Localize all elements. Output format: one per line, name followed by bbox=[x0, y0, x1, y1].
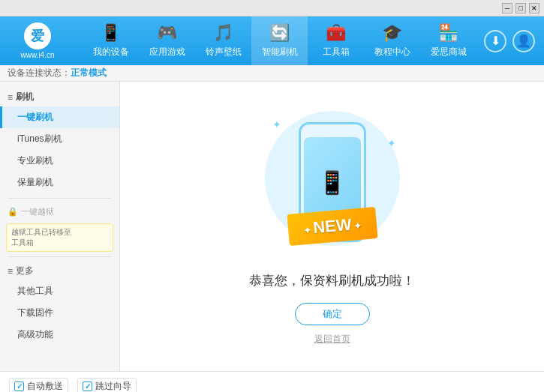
device-bar-left: 自动敷送 跳过向导 📱 iPhone 12 mini 64GB Down-12m… bbox=[9, 378, 535, 392]
connection-status-bar: 设备连接状态： 正常模式 bbox=[0, 65, 544, 82]
skip-wizard-label: 跳过向导 bbox=[95, 380, 131, 392]
skip-wizard-check-box[interactable] bbox=[83, 382, 92, 391]
nav-smart-flash[interactable]: 🔄 智能刷机 bbox=[251, 16, 308, 65]
nav-my-device-label: 我的设备 bbox=[93, 46, 129, 58]
nav-ringtones-label: 铃声壁纸 bbox=[206, 46, 242, 58]
auto-send-label: 自动敷送 bbox=[27, 380, 63, 392]
main-area: ≡ 刷机 一键刷机 iTunes刷机 专业刷机 保量刷机 🔒 一键越狱 越狱工具… bbox=[0, 82, 544, 371]
nav-app-store-icon: 🏪 bbox=[438, 23, 458, 43]
return-link[interactable]: 返回首页 bbox=[314, 333, 350, 346]
checkbox-group: 自动敷送 跳过向导 bbox=[9, 378, 535, 392]
nav-tutorial-label: 教程中心 bbox=[374, 46, 410, 58]
connection-status-label: 设备连接状态： bbox=[8, 67, 71, 79]
content-area: ✦ ✦ 📱 NEW 恭喜您，保资料刷机成功啦！ 确定 返回首页 bbox=[120, 82, 544, 371]
nav-tutorial-icon: 🎓 bbox=[382, 23, 402, 43]
sidebar-item-pro-flash[interactable]: 专业刷机 bbox=[0, 150, 119, 172]
sidebar-item-download-firmware[interactable]: 下载固件 bbox=[0, 302, 119, 324]
nav-toolbox-label: 工具箱 bbox=[323, 46, 350, 58]
sidebar: ≡ 刷机 一键刷机 iTunes刷机 专业刷机 保量刷机 🔒 一键越狱 越狱工具… bbox=[0, 82, 120, 371]
jailbreak-section-header: 🔒 一键越狱 bbox=[0, 203, 119, 220]
more-section-header: ≡ 更多 bbox=[0, 262, 119, 280]
auto-send-checkbox[interactable]: 自动敷送 bbox=[9, 378, 68, 392]
sidebar-divider-1 bbox=[8, 198, 112, 199]
lock-icon: 🔒 bbox=[8, 207, 18, 217]
nav-bar: 📱 我的设备 🎮 应用游戏 🎵 铃声壁纸 🔄 智能刷机 🧰 工具箱 🎓 教程中心… bbox=[75, 16, 484, 65]
more-section-label: 更多 bbox=[16, 265, 34, 277]
more-section-icon: ≡ bbox=[8, 266, 13, 277]
new-banner: NEW bbox=[287, 207, 377, 246]
minimize-button[interactable]: ─ bbox=[502, 3, 512, 13]
skip-wizard-checkbox[interactable]: 跳过向导 bbox=[77, 378, 137, 392]
jailbreak-label: 一键越狱 bbox=[21, 206, 54, 217]
nav-smart-flash-label: 智能刷机 bbox=[262, 46, 298, 58]
sidebar-item-one-key-flash[interactable]: 一键刷机 bbox=[0, 106, 119, 128]
device-bar: 自动敷送 跳过向导 📱 iPhone 12 mini 64GB Down-12m… bbox=[0, 371, 544, 392]
nav-smart-flash-icon: 🔄 bbox=[269, 23, 290, 43]
flash-section-icon: ≡ bbox=[8, 92, 13, 103]
flash-section-label: 刷机 bbox=[16, 91, 34, 103]
nav-apps-games[interactable]: 🎮 应用游戏 bbox=[139, 16, 195, 65]
phone-icon: 📱 bbox=[318, 169, 346, 196]
sidebar-item-other-tools[interactable]: 其他工具 bbox=[0, 280, 119, 302]
connection-status-value: 正常模式 bbox=[71, 67, 107, 79]
maximize-button[interactable]: □ bbox=[515, 3, 526, 13]
sidebar-item-advanced[interactable]: 高级功能 bbox=[0, 324, 119, 346]
success-illustration: ✦ ✦ 📱 NEW bbox=[257, 107, 407, 257]
nav-tutorial[interactable]: 🎓 教程中心 bbox=[364, 16, 420, 65]
nav-app-store-label: 爱思商城 bbox=[431, 46, 467, 58]
download-button[interactable]: ⬇ bbox=[484, 30, 506, 52]
sparkle-right: ✦ bbox=[387, 137, 396, 149]
confirm-button[interactable]: 确定 bbox=[295, 303, 370, 325]
nav-toolbox[interactable]: 🧰 工具箱 bbox=[308, 16, 364, 65]
nav-my-device-icon: 📱 bbox=[101, 23, 121, 43]
jailbreak-notice: 越狱工具已转移至工具箱 bbox=[6, 223, 113, 252]
nav-app-store[interactable]: 🏪 爱思商城 bbox=[420, 16, 476, 65]
sidebar-divider-2 bbox=[8, 256, 112, 257]
nav-apps-games-icon: 🎮 bbox=[157, 23, 177, 43]
window-controls[interactable]: ─ □ ✕ bbox=[502, 3, 539, 13]
sidebar-item-itunes-flash[interactable]: iTunes刷机 bbox=[0, 128, 119, 150]
sparkle-left: ✦ bbox=[272, 118, 281, 130]
success-message: 恭喜您，保资料刷机成功啦！ bbox=[249, 272, 415, 289]
title-bar: ─ □ ✕ bbox=[0, 0, 544, 16]
flash-section-header: ≡ 刷机 bbox=[0, 88, 119, 106]
header-actions: ⬇ 👤 bbox=[484, 30, 544, 52]
logo-area: 爱 www.i4.cn bbox=[0, 22, 75, 59]
logo-url: www.i4.cn bbox=[20, 51, 54, 59]
nav-toolbox-icon: 🧰 bbox=[326, 23, 346, 43]
user-button[interactable]: 👤 bbox=[512, 30, 535, 52]
header: 爱 www.i4.cn 📱 我的设备 🎮 应用游戏 🎵 铃声壁纸 🔄 智能刷机 … bbox=[0, 16, 544, 65]
nav-apps-games-label: 应用游戏 bbox=[149, 46, 185, 58]
nav-ringtones[interactable]: 🎵 铃声壁纸 bbox=[195, 16, 251, 65]
nav-ringtones-icon: 🎵 bbox=[213, 23, 233, 43]
sidebar-item-save-flash[interactable]: 保量刷机 bbox=[0, 172, 119, 193]
nav-my-device[interactable]: 📱 我的设备 bbox=[83, 16, 139, 65]
auto-send-check-box[interactable] bbox=[14, 382, 24, 391]
close-button[interactable]: ✕ bbox=[529, 3, 539, 13]
logo-icon: 爱 bbox=[24, 22, 51, 49]
